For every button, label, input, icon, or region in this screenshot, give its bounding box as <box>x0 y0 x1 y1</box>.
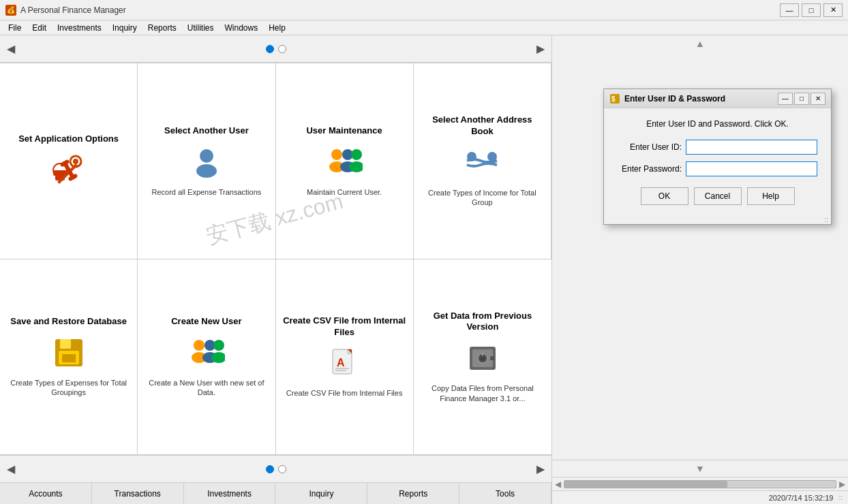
dialog-title-controls: — □ ✕ <box>778 93 826 105</box>
dialog-body: Enter User ID and Password. Click OK. En… <box>604 108 831 216</box>
dialog-maximize-button[interactable]: □ <box>794 93 809 105</box>
help-button[interactable]: Help <box>747 187 795 205</box>
ok-button[interactable]: OK <box>641 187 688 205</box>
dialog-minimize-button[interactable]: — <box>778 93 793 105</box>
password-input[interactable] <box>686 161 817 176</box>
dialog-icon: $ <box>609 93 620 104</box>
dialog-overlay: $ Enter User ID & Password — □ ✕ Enter U… <box>0 0 848 504</box>
user-id-input[interactable] <box>686 140 817 155</box>
dialog-message: Enter User ID and Password. Click OK. <box>618 119 817 129</box>
dialog-title-bar: $ Enter User ID & Password — □ ✕ <box>604 89 831 108</box>
dialog-buttons: OK Cancel Help <box>618 187 817 205</box>
enter-credentials-dialog: $ Enter User ID & Password — □ ✕ Enter U… <box>603 89 832 225</box>
password-field: Enter Password: <box>618 161 817 176</box>
dialog-close-button[interactable]: ✕ <box>811 93 826 105</box>
svg-text:$: $ <box>611 95 616 103</box>
dialog-resize-grip[interactable]: :: <box>604 216 831 224</box>
user-id-field: Enter User ID: <box>618 140 817 155</box>
cancel-button[interactable]: Cancel <box>694 187 742 205</box>
dialog-title-text: Enter User ID & Password <box>624 94 725 104</box>
dialog-title-left: $ Enter User ID & Password <box>609 93 725 104</box>
password-label: Enter Password: <box>618 164 686 174</box>
user-id-label: Enter User ID: <box>618 142 686 152</box>
